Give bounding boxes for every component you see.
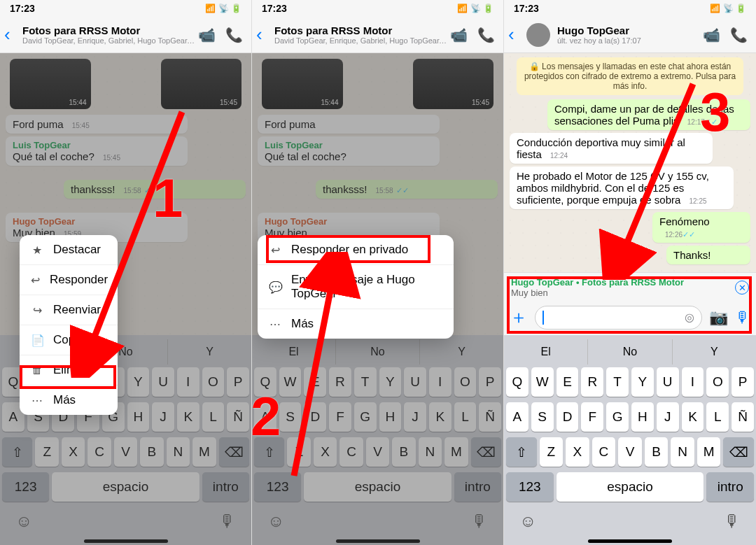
attach-icon[interactable]: ＋ bbox=[510, 305, 528, 330]
key-t[interactable]: T bbox=[606, 367, 629, 397]
key-d[interactable]: D bbox=[556, 402, 579, 432]
key-j[interactable]: J bbox=[152, 402, 174, 432]
camera-icon[interactable]: 📷 bbox=[709, 309, 728, 327]
key-m[interactable]: M bbox=[444, 437, 468, 467]
key-v[interactable]: V bbox=[618, 437, 642, 467]
key-space[interactable]: espacio bbox=[556, 472, 704, 502]
key-intro[interactable]: intro bbox=[454, 472, 501, 502]
key-x[interactable]: X bbox=[566, 437, 589, 467]
emoji-icon[interactable]: ☺ bbox=[267, 511, 285, 531]
key-y[interactable]: Y bbox=[631, 367, 654, 397]
key-o[interactable]: O bbox=[202, 367, 225, 397]
video-call-icon[interactable]: 📹 bbox=[198, 27, 216, 43]
key-intro[interactable]: intro bbox=[202, 472, 249, 502]
key-k[interactable]: K bbox=[429, 402, 451, 432]
key-e[interactable]: E bbox=[556, 367, 579, 397]
key-ñ[interactable]: Ñ bbox=[732, 402, 754, 432]
key-123[interactable]: 123 bbox=[2, 472, 49, 502]
message-out[interactable]: thanksss! 15:58 ✓✓ bbox=[316, 180, 498, 199]
key-x[interactable]: X bbox=[62, 437, 85, 467]
key-b[interactable]: B bbox=[645, 437, 668, 467]
key-k[interactable]: K bbox=[177, 402, 200, 432]
key-p[interactable]: P bbox=[732, 367, 754, 397]
key-b[interactable]: B bbox=[392, 437, 415, 467]
key-g[interactable]: G bbox=[606, 402, 629, 432]
key-o[interactable]: O bbox=[454, 367, 477, 397]
suggestion[interactable]: No bbox=[588, 339, 672, 364]
video-call-icon[interactable]: 📹 bbox=[703, 27, 720, 43]
key-w[interactable]: W bbox=[531, 367, 554, 397]
image-thumb[interactable]: 15:45 bbox=[413, 59, 494, 109]
key-v[interactable]: V bbox=[114, 437, 137, 467]
back-icon[interactable]: ‹ bbox=[508, 24, 524, 45]
key-q[interactable]: Q bbox=[506, 367, 528, 397]
key-m[interactable]: M bbox=[192, 437, 216, 467]
key-n[interactable]: N bbox=[671, 437, 694, 467]
key-i[interactable]: I bbox=[429, 367, 451, 397]
key-l[interactable]: L bbox=[202, 402, 225, 432]
key-n[interactable]: N bbox=[419, 437, 442, 467]
suggestion[interactable]: Y bbox=[673, 339, 756, 364]
close-reply-icon[interactable]: ✕ bbox=[735, 281, 749, 295]
key-z[interactable]: Z bbox=[540, 437, 564, 467]
key-s[interactable]: S bbox=[531, 402, 554, 432]
key-ñ[interactable]: Ñ bbox=[227, 402, 249, 432]
key-l[interactable]: L bbox=[454, 402, 477, 432]
chat-title[interactable]: Fotos para RRSS Motor bbox=[274, 24, 447, 36]
avatar[interactable] bbox=[526, 23, 550, 47]
voice-call-icon[interactable]: 📞 bbox=[477, 27, 495, 43]
key-ñ[interactable]: Ñ bbox=[479, 402, 501, 432]
key-k[interactable]: K bbox=[682, 402, 704, 432]
image-thumb[interactable]: 15:45 bbox=[161, 59, 242, 109]
key-l[interactable]: L bbox=[706, 402, 729, 432]
message-in[interactable]: Ford puma bbox=[258, 115, 440, 134]
key-backspace[interactable]: ⌫ bbox=[723, 437, 754, 467]
emoji-icon[interactable]: ☺ bbox=[15, 511, 33, 531]
chat-title[interactable]: Fotos para RRSS Motor bbox=[22, 24, 195, 36]
key-j[interactable]: J bbox=[657, 402, 679, 432]
message-input[interactable]: ◎ bbox=[535, 306, 702, 330]
key-p[interactable]: P bbox=[227, 367, 249, 397]
voice-call-icon[interactable]: 📞 bbox=[225, 27, 243, 43]
back-icon[interactable]: ‹ bbox=[4, 24, 20, 45]
message-in[interactable]: Luis TopGear Qué tal el coche? bbox=[258, 136, 440, 166]
key-h[interactable]: H bbox=[631, 402, 654, 432]
back-icon[interactable]: ‹ bbox=[256, 24, 272, 45]
voice-call-icon[interactable]: 📞 bbox=[730, 27, 748, 43]
suggestion[interactable]: Y bbox=[420, 339, 503, 364]
key-u[interactable]: U bbox=[657, 367, 679, 397]
key-shift[interactable]: ⇧ bbox=[506, 437, 537, 467]
image-thumb[interactable]: 15:44 bbox=[10, 59, 91, 109]
chat-title[interactable]: Hugo TopGear bbox=[557, 24, 700, 36]
emoji-icon[interactable]: ☺ bbox=[519, 511, 537, 531]
video-call-icon[interactable]: 📹 bbox=[450, 27, 468, 43]
suggestion[interactable]: El bbox=[504, 339, 588, 364]
key-z[interactable]: Z bbox=[35, 437, 58, 467]
key-a[interactable]: A bbox=[506, 402, 528, 432]
key-i[interactable]: I bbox=[682, 367, 704, 397]
key-j[interactable]: J bbox=[404, 402, 426, 432]
image-thumb[interactable]: 15:44 bbox=[262, 59, 343, 109]
key-shift[interactable]: ⇧ bbox=[2, 437, 32, 467]
key-h[interactable]: H bbox=[127, 402, 150, 432]
mic-icon[interactable]: 🎙 bbox=[724, 511, 741, 531]
key-r[interactable]: R bbox=[581, 367, 603, 397]
key-f[interactable]: F bbox=[581, 402, 603, 432]
key-b[interactable]: B bbox=[140, 437, 163, 467]
mic-icon[interactable]: 🎙 bbox=[471, 511, 488, 531]
key-backspace[interactable]: ⌫ bbox=[219, 437, 249, 467]
key-p[interactable]: P bbox=[479, 367, 501, 397]
key-c[interactable]: C bbox=[88, 437, 111, 467]
key-intro[interactable]: intro bbox=[706, 472, 754, 502]
key-h[interactable]: H bbox=[379, 402, 402, 432]
key-n[interactable]: N bbox=[167, 437, 190, 467]
key-m[interactable]: M bbox=[697, 437, 721, 467]
key-u[interactable]: U bbox=[404, 367, 426, 397]
key-space[interactable]: espacio bbox=[52, 472, 199, 502]
key-y[interactable]: Y bbox=[379, 367, 402, 397]
key-c[interactable]: C bbox=[592, 437, 616, 467]
key-backspace[interactable]: ⌫ bbox=[471, 437, 501, 467]
menu-mas[interactable]: ⋯Más bbox=[20, 385, 118, 415]
key-v[interactable]: V bbox=[366, 437, 389, 467]
mic-icon[interactable]: 🎙 bbox=[735, 309, 750, 327]
